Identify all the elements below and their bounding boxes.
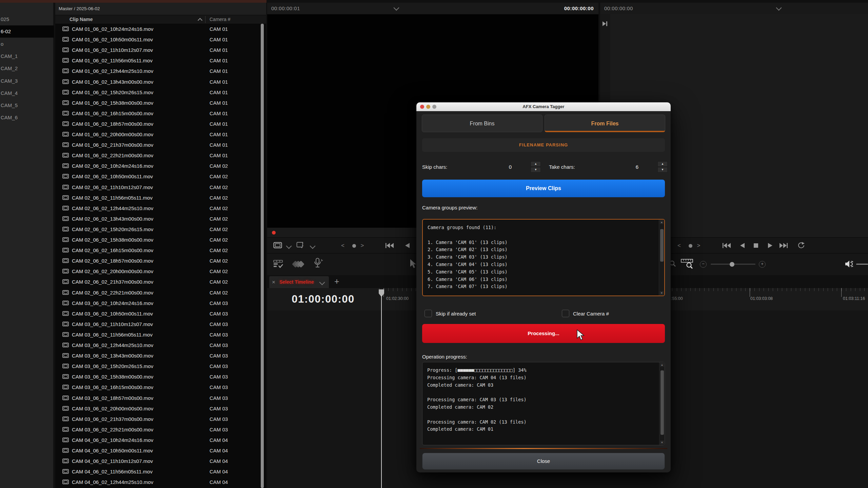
- processing-button[interactable]: Processing...: [422, 324, 665, 343]
- take-chars-value[interactable]: 6: [636, 161, 638, 174]
- zoom-slider-knob[interactable]: [730, 262, 734, 267]
- stacked-clips-icon[interactable]: [292, 259, 305, 269]
- sidebar-item[interactable]: CAM_2: [0, 62, 54, 75]
- camera-groups-preview-box[interactable]: Camera groups found (11): 1. Camera 'CAM…: [422, 219, 665, 296]
- clip-row[interactable]: CAM 03_06_02_11h56m05s11.movCAM 03: [55, 329, 261, 340]
- clip-row[interactable]: CAM 02_06_02_15h38m00s00.movCAM 02: [55, 235, 261, 245]
- chevron-down-icon[interactable]: [319, 280, 325, 285]
- timeline-tab[interactable]: × Select Timeline: [269, 276, 329, 288]
- stop-icon[interactable]: [753, 243, 758, 248]
- clip-row[interactable]: CAM 02_06_02_10h24m24s16.movCAM 02: [55, 161, 261, 171]
- sidebar-item[interactable]: CAM_4: [0, 87, 54, 99]
- operation-progress-box[interactable]: Progress: [■■■■■■□□□□□□□□□□□□□□] 34% Pro…: [422, 362, 665, 445]
- video-clip-icon[interactable]: [273, 242, 282, 248]
- clip-row[interactable]: CAM 01_06_02_20h00m00s00.movCAM 01: [55, 129, 261, 140]
- media-pool-path-bar[interactable]: Master / 2025-06-02: [55, 3, 266, 15]
- clip-row[interactable]: CAM 03_06_02_22h21m00s00.movCAM 03: [55, 424, 261, 435]
- zoom-in-button[interactable]: +: [759, 261, 766, 268]
- timeline-checklist-icon[interactable]: [273, 260, 283, 268]
- clip-list-scrollbar[interactable]: [261, 24, 264, 488]
- clear-camera-checkbox[interactable]: [562, 310, 569, 317]
- clip-row[interactable]: CAM 04_06_02_11h56m05s11.movCAM 04: [55, 466, 261, 477]
- window-close-icon[interactable]: [420, 105, 424, 109]
- clip-row[interactable]: CAM 01_06_02_21h37m00s00.movCAM 01: [55, 140, 261, 150]
- close-button[interactable]: Close: [422, 453, 665, 470]
- column-divider[interactable]: [205, 16, 205, 23]
- clip-row[interactable]: CAM 01_06_02_12h44m25s10.movCAM 01: [55, 66, 261, 76]
- chevron-down-icon[interactable]: [776, 5, 782, 11]
- playhead-line[interactable]: [381, 296, 382, 488]
- skip-to-start-icon[interactable]: [722, 243, 731, 248]
- stepper-up-button[interactable]: ▲: [657, 161, 668, 167]
- clip-row[interactable]: CAM 03_06_02_21h37m00s00.movCAM 03: [55, 414, 261, 424]
- column-header-clip-name[interactable]: Clip Name: [70, 15, 93, 24]
- clip-row[interactable]: CAM 02_06_02_11h10m12s07.movCAM 02: [55, 182, 261, 192]
- add-timeline-button[interactable]: +: [334, 275, 339, 287]
- clip-row[interactable]: CAM 02_06_02_10h50m00s11.movCAM 02: [55, 171, 261, 182]
- window-zoom-icon[interactable]: [432, 105, 436, 109]
- selection-tool-icon[interactable]: [410, 259, 416, 269]
- clip-row[interactable]: CAM 04_06_02_10h24m24s16.movCAM 04: [55, 435, 261, 445]
- sidebar-item[interactable]: 025: [0, 13, 54, 25]
- clip-row[interactable]: CAM 03_06_02_18h57m00s00.movCAM 03: [55, 393, 261, 403]
- clip-row[interactable]: CAM 01_06_02_10h24m24s16.movCAM 01: [55, 24, 261, 34]
- skip-to-start-icon[interactable]: [385, 243, 394, 248]
- progress-scrollbar[interactable]: ▲ ▼: [659, 362, 665, 445]
- clip-row[interactable]: CAM 03_06_02_11h10m12s07.movCAM 03: [55, 319, 261, 329]
- clip-row[interactable]: CAM 02_06_02_16h15m00s00.movCAM 02: [55, 245, 261, 256]
- dialog-titlebar[interactable]: AFX Camera Tagger: [416, 102, 671, 111]
- skip-if-set-checkbox[interactable]: [425, 310, 432, 317]
- stepper-down-button[interactable]: ▼: [657, 167, 668, 172]
- close-icon[interactable]: ×: [272, 276, 275, 288]
- clip-row[interactable]: CAM 02_06_02_11h56m05s11.movCAM 02: [55, 192, 261, 203]
- loop-icon[interactable]: [797, 242, 805, 249]
- tab-from-bins[interactable]: From Bins: [422, 115, 542, 132]
- column-header-camera[interactable]: Camera #: [210, 15, 230, 24]
- clip-row[interactable]: CAM 04_06_02_10h50m00s11.movCAM 04: [55, 445, 261, 456]
- volume-slider[interactable]: [856, 264, 868, 265]
- chevron-down-icon[interactable]: [394, 5, 399, 11]
- source-timecode[interactable]: 00:00:00:01: [271, 3, 300, 14]
- ruler-zoom-icon[interactable]: [681, 259, 694, 269]
- zoom-slider[interactable]: [711, 264, 755, 265]
- stepper-up-button[interactable]: ▲: [531, 161, 541, 167]
- clip-row[interactable]: CAM 03_06_02_12h44m25s10.movCAM 03: [55, 340, 261, 350]
- clip-row[interactable]: CAM 03_06_02_15h20m26s15.movCAM 03: [55, 361, 261, 371]
- sidebar-item[interactable]: CAM_1: [0, 50, 54, 62]
- scroll-down-icon[interactable]: ▼: [660, 291, 664, 295]
- clip-row[interactable]: CAM 02_06_02_15h20m26s15.movCAM 02: [55, 224, 261, 235]
- sidebar-item[interactable]: 6-02: [0, 25, 54, 38]
- clip-row[interactable]: CAM 02_06_02_18h57m00s00.movCAM 02: [55, 256, 261, 266]
- clip-row[interactable]: CAM 01_06_02_22h21m00s00.movCAM 01: [55, 150, 261, 161]
- clip-row[interactable]: CAM 01_06_02_15h38m00s00.movCAM 01: [55, 98, 261, 108]
- scroll-up-icon[interactable]: ▲: [660, 363, 664, 367]
- clip-row[interactable]: CAM 04_06_02_11h10m12s07.movCAM 04: [55, 456, 261, 466]
- skip-to-end-icon[interactable]: [602, 21, 608, 26]
- timeline-tab-label[interactable]: Select Timeline: [279, 276, 314, 288]
- microphone-icon[interactable]: [314, 258, 323, 269]
- clip-row[interactable]: CAM 02_06_02_12h44m25s10.movCAM 02: [55, 203, 261, 214]
- timeline-timecode[interactable]: 00:00:00:00: [604, 3, 633, 14]
- clip-row[interactable]: CAM 01_06_02_10h50m00s11.movCAM 01: [55, 34, 261, 45]
- clip-row[interactable]: CAM 01_06_02_15h20m26s15.movCAM 01: [55, 87, 261, 98]
- clip-row[interactable]: CAM 01_06_02_16h15m00s00.movCAM 01: [55, 108, 261, 119]
- play-reverse-icon[interactable]: [740, 243, 745, 248]
- sidebar-item[interactable]: CAM_5: [0, 99, 54, 111]
- clip-row[interactable]: CAM 03_06_02_20h00m00s00.movCAM 03: [55, 403, 261, 414]
- red-marker-icon[interactable]: [272, 231, 276, 235]
- clip-row[interactable]: CAM 03_06_02_16h15m00s00.movCAM 03: [55, 382, 261, 392]
- scroll-down-icon[interactable]: ▼: [660, 441, 664, 444]
- clip-row[interactable]: CAM 03_06_02_13h43m00s00.movCAM 03: [55, 350, 261, 361]
- clip-row[interactable]: CAM 03_06_02_10h24m24s16.movCAM 03: [55, 298, 261, 308]
- speaker-icon[interactable]: [845, 260, 853, 268]
- skip-to-end-icon[interactable]: [779, 243, 788, 248]
- chevron-down-icon[interactable]: [286, 243, 292, 249]
- sidebar-item[interactable]: o: [0, 38, 54, 50]
- jog-control[interactable]: < >: [677, 242, 703, 249]
- tab-from-files[interactable]: From Files: [545, 115, 665, 132]
- scroll-up-icon[interactable]: ▲: [660, 220, 664, 224]
- play-reverse-icon[interactable]: [405, 243, 410, 248]
- zoom-out-button[interactable]: −: [700, 261, 707, 268]
- clip-row[interactable]: CAM 01_06_02_11h56m05s11.movCAM 01: [55, 55, 261, 66]
- preview-scrollbar[interactable]: ▲ ▼: [659, 220, 664, 296]
